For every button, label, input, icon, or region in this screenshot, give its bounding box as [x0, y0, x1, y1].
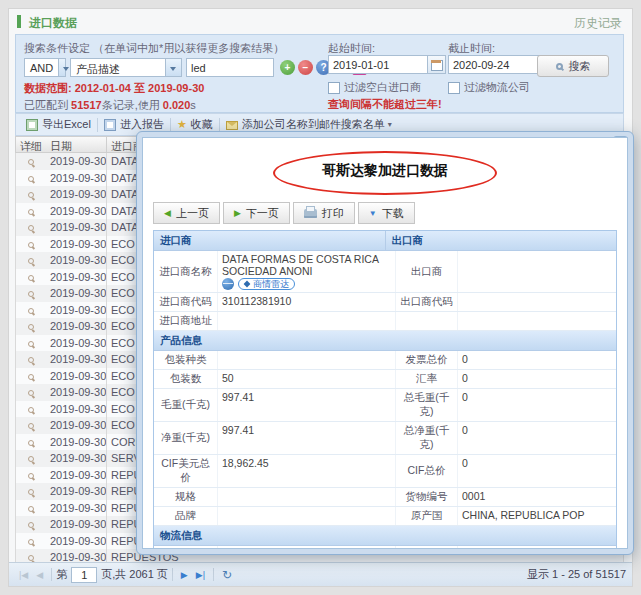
row-magnifier-icon[interactable] — [28, 506, 34, 512]
search-field-select[interactable]: 产品描述 — [70, 58, 182, 77]
detail-row: 包装数50汇率0 — [154, 370, 616, 389]
modal-button-上一页[interactable]: ◀上一页 — [153, 202, 220, 224]
prev-page-icon[interactable]: ◀ — [36, 570, 43, 580]
row-magnifier-icon[interactable] — [28, 555, 34, 561]
detail-row: 规格货物编号0001 — [154, 488, 616, 507]
modal-button-打印[interactable]: 打印 — [293, 202, 355, 224]
next-page-icon[interactable]: ▶ — [181, 570, 188, 580]
filter-blank-importer-checkbox[interactable]: 过滤空白进口商 — [328, 80, 421, 95]
main-panel: 进口数据 历史记录 搜索条件设定 （在单词中加*用以获得更多搜索结果） AND … — [8, 8, 633, 587]
star-icon: ★ — [177, 119, 187, 130]
row-magnifier-icon[interactable] — [28, 258, 34, 264]
row-date: 2019-09-30 — [46, 335, 106, 352]
detail-label: 汇率 — [396, 370, 458, 388]
title-accent-bar — [17, 15, 21, 28]
detail-label: 发票总价 — [396, 351, 458, 369]
detail-label: 毛重(千克) — [154, 389, 218, 421]
detail-label: 包装数 — [154, 370, 218, 388]
row-magnifier-icon[interactable] — [28, 522, 34, 528]
row-magnifier-icon[interactable] — [28, 324, 34, 330]
history-link[interactable]: 历史记录 — [574, 15, 622, 32]
start-date-input[interactable] — [328, 55, 428, 74]
chevron-down-icon[interactable] — [58, 59, 65, 76]
row-magnifier-icon[interactable] — [28, 291, 34, 297]
arrow-down-icon: ▼ — [369, 209, 377, 218]
detail-value: 310112381910 — [218, 293, 396, 311]
keyword-input[interactable] — [186, 58, 274, 77]
row-date: 2019-09-30 — [46, 549, 106, 562]
modal-button-下一页[interactable]: ▶下一页 — [223, 202, 290, 224]
total-pages-label: 页,共 2061 页 — [101, 567, 168, 582]
row-magnifier-icon[interactable] — [28, 192, 34, 198]
row-magnifier-icon[interactable] — [28, 407, 34, 413]
end-date-input[interactable] — [448, 55, 548, 74]
row-date: 2019-09-30 — [46, 351, 106, 368]
modal-button-label: 下载 — [382, 206, 404, 221]
row-magnifier-icon[interactable] — [28, 242, 34, 248]
detail-label: 规格 — [154, 488, 218, 506]
last-page-icon[interactable]: ▶| — [196, 570, 205, 580]
report-icon — [104, 119, 116, 131]
col-header-date[interactable]: 日期 — [46, 137, 106, 152]
display-range-text: 显示 1 - 25 of 51517 — [527, 567, 626, 582]
radar-icon — [244, 281, 251, 288]
row-date: 2019-09-30 — [46, 219, 106, 236]
checkbox-icon[interactable] — [448, 82, 460, 94]
row-magnifier-icon[interactable] — [28, 440, 34, 446]
row-magnifier-icon[interactable] — [28, 539, 34, 545]
detail-label: 总毛重(千克) — [396, 389, 458, 421]
row-magnifier-icon[interactable] — [28, 374, 34, 380]
add-condition-icon[interactable]: + — [280, 60, 295, 75]
search-button[interactable]: 搜索 — [537, 55, 609, 77]
page-number-input[interactable] — [71, 567, 97, 583]
row-magnifier-icon[interactable] — [28, 341, 34, 347]
row-date: 2019-09-30 — [46, 450, 106, 467]
checkbox-icon[interactable] — [328, 82, 340, 94]
remove-condition-icon[interactable]: − — [298, 60, 313, 75]
row-magnifier-icon[interactable] — [28, 275, 34, 281]
row-magnifier-icon[interactable] — [28, 423, 34, 429]
detail-label: 进口日期 — [396, 546, 458, 549]
row-magnifier-icon[interactable] — [28, 390, 34, 396]
detail-value: 2019-09-30 — [458, 546, 616, 549]
detail-row: 进口商地址 — [154, 312, 616, 331]
first-page-icon[interactable]: |◀ — [19, 570, 28, 580]
row-magnifier-icon[interactable] — [28, 308, 34, 314]
row-date: 2019-09-30 — [46, 533, 106, 550]
detail-value: 0 — [458, 389, 616, 421]
row-date: 2019-09-30 — [46, 516, 106, 533]
row-date: 2019-09-30 — [46, 417, 106, 434]
chevron-down-icon[interactable] — [165, 59, 181, 76]
modal-button-下载[interactable]: ▼下载 — [358, 202, 415, 224]
calendar-icon[interactable] — [428, 55, 446, 74]
filter-logistics-checkbox[interactable]: 过滤物流公司 — [448, 80, 530, 95]
detail-label: 货物编号 — [396, 488, 458, 506]
row-magnifier-icon[interactable] — [28, 176, 34, 182]
business-radar-badge[interactable]: 商情雷达 — [238, 278, 295, 290]
detail-label: 原产国 — [396, 507, 458, 525]
row-date: 2019-09-30 — [46, 285, 106, 302]
detail-value: CHINA, REPUBLICA POP — [458, 507, 616, 525]
row-date: 2019-09-30 — [46, 186, 106, 203]
row-magnifier-icon[interactable] — [28, 225, 34, 231]
divider — [213, 568, 214, 581]
badge-label: 商情雷达 — [253, 278, 289, 291]
search-icon — [556, 63, 563, 70]
refresh-icon[interactable]: ↻ — [222, 568, 232, 582]
row-magnifier-icon[interactable] — [28, 159, 34, 165]
bool-operator-select[interactable]: AND — [24, 58, 66, 77]
arrow-left-icon: ◀ — [164, 208, 171, 218]
detail-label: 品牌 — [154, 507, 218, 525]
col-header-detail[interactable]: 详细 — [16, 137, 46, 152]
row-magnifier-icon[interactable] — [28, 489, 34, 495]
row-magnifier-icon[interactable] — [28, 357, 34, 363]
detail-value — [218, 507, 396, 525]
export-excel-button[interactable]: 导出Excel — [20, 114, 97, 135]
row-magnifier-icon[interactable] — [28, 473, 34, 479]
row-date: 2019-09-30 — [46, 384, 106, 401]
globe-icon[interactable] — [222, 278, 234, 290]
row-magnifier-icon[interactable] — [28, 209, 34, 215]
detail-value: 0 — [458, 422, 616, 454]
row-date: 2019-09-30 — [46, 203, 106, 220]
row-magnifier-icon[interactable] — [28, 456, 34, 462]
